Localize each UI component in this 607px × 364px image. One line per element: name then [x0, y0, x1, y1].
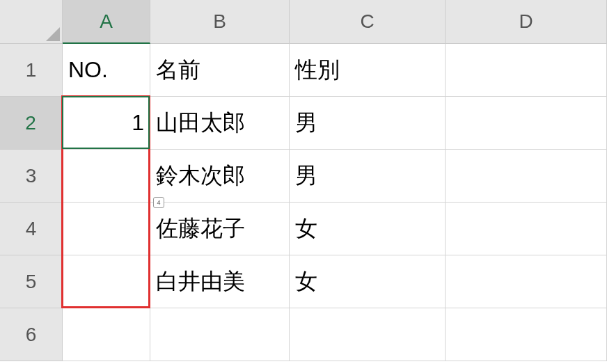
- cell-C5[interactable]: 女: [290, 255, 446, 308]
- cell-B6[interactable]: [150, 308, 290, 361]
- smart-tag-icon[interactable]: 4: [153, 197, 164, 208]
- cell-C4[interactable]: 女: [290, 203, 446, 255]
- cell-A6[interactable]: [63, 308, 150, 361]
- svg-marker-0: [46, 27, 60, 41]
- cell-B2[interactable]: 山田太郎: [150, 97, 290, 150]
- row-header-3[interactable]: 3: [0, 150, 63, 203]
- cell-B5[interactable]: 白井由美: [150, 255, 290, 308]
- cell-A3[interactable]: [63, 150, 150, 203]
- column-headers: ABCD: [63, 0, 607, 44]
- cell-A4[interactable]: [63, 203, 150, 255]
- column-header-C[interactable]: C: [290, 0, 446, 44]
- cell-B1[interactable]: 名前: [150, 44, 290, 97]
- cell-A1[interactable]: NO.: [63, 44, 150, 97]
- row-header-6[interactable]: 6: [0, 308, 63, 361]
- column-header-D[interactable]: D: [446, 0, 607, 44]
- cell-D3[interactable]: [446, 150, 607, 203]
- cell-D2[interactable]: [446, 97, 607, 150]
- cell-B3[interactable]: 鈴木次郎: [150, 150, 290, 203]
- select-all-corner[interactable]: [0, 0, 63, 44]
- row-header-5[interactable]: 5: [0, 255, 63, 308]
- cell-A5[interactable]: [63, 255, 150, 308]
- row-header-2[interactable]: 2: [0, 97, 63, 150]
- spreadsheet-grid: ABCD 123456 NO.名前性別1山田太郎男鈴木次郎男佐藤花子女白井由美女…: [0, 0, 607, 364]
- column-header-A[interactable]: A: [63, 0, 150, 44]
- cell-D5[interactable]: [446, 255, 607, 308]
- row-header-1[interactable]: 1: [0, 44, 63, 97]
- cell-C6[interactable]: [290, 308, 446, 361]
- cell-C1[interactable]: 性別: [290, 44, 446, 97]
- cell-B4[interactable]: 佐藤花子: [150, 203, 290, 255]
- row-headers: 123456: [0, 44, 63, 361]
- cells-area: NO.名前性別1山田太郎男鈴木次郎男佐藤花子女白井由美女: [63, 44, 607, 361]
- cell-C3[interactable]: 男: [290, 150, 446, 203]
- cell-D4[interactable]: [446, 203, 607, 255]
- cell-A2[interactable]: 1: [63, 97, 150, 150]
- column-header-B[interactable]: B: [150, 0, 290, 44]
- cell-C2[interactable]: 男: [290, 97, 446, 150]
- cell-D6[interactable]: [446, 308, 607, 361]
- row-header-4[interactable]: 4: [0, 203, 63, 255]
- cell-D1[interactable]: [446, 44, 607, 97]
- smart-tag-label: 4: [157, 199, 160, 206]
